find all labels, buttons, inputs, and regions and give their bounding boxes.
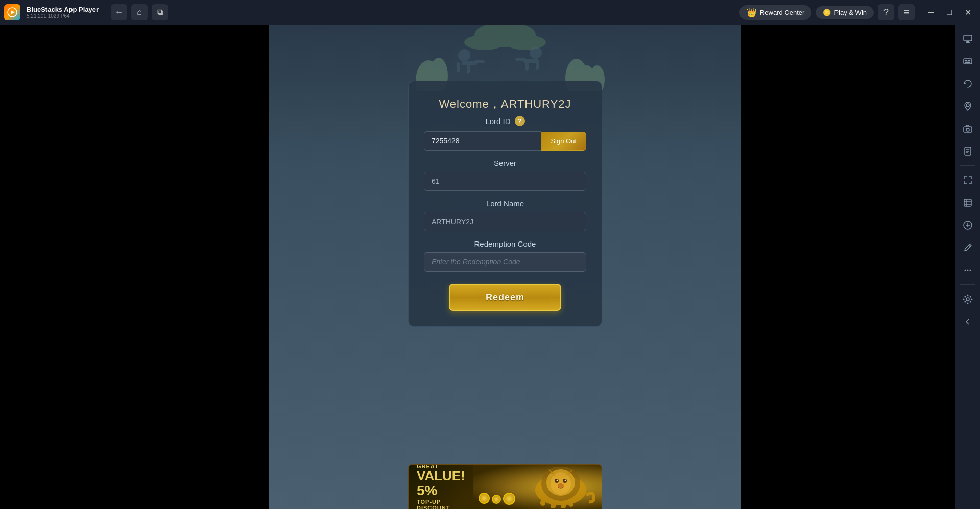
apk-sidebar-button[interactable] (958, 141, 978, 161)
titlebar-right: 👑 Reward Center 🪙 Play & Win ? ≡ ─ □ ✕ (739, 4, 976, 20)
play-win-button[interactable]: 🪙 Play & Win (816, 6, 874, 19)
left-panel (0, 25, 269, 509)
lord-name-input (424, 212, 586, 231)
lord-id-label: Lord ID (485, 117, 510, 126)
titlebar-left: BlueStacks App Player 5.21.201.1029 P64 … (4, 4, 168, 20)
right-sidebar (955, 25, 980, 509)
back-nav-button[interactable]: ← (111, 4, 127, 20)
redeem-button[interactable]: Redeem (449, 284, 561, 311)
location-sidebar-button[interactable] (958, 96, 978, 116)
server-input (424, 172, 586, 191)
svg-rect-16 (536, 60, 539, 70)
svg-rect-34 (561, 502, 566, 508)
hamburger-icon: ≡ (904, 7, 910, 18)
lord-id-row: Lord ID ? (485, 116, 524, 126)
play-win-label: Play & Win (834, 9, 867, 16)
svg-marker-1 (11, 10, 15, 14)
app-version: 5.21.201.1029 P64 (27, 13, 99, 19)
svg-rect-39 (966, 42, 970, 43)
coin-icon: 🪙 (823, 9, 831, 16)
home-nav-button[interactable]: ⌂ (131, 4, 148, 20)
lord-name-label: Lord Name (486, 199, 524, 208)
window-controls: ─ □ ✕ (923, 4, 976, 20)
banner-percent: 5% (417, 482, 437, 499)
svg-point-46 (966, 104, 969, 107)
svg-rect-38 (966, 41, 969, 42)
svg-rect-37 (964, 35, 972, 41)
banner-text: GREAT VALUE! 5% TOP-UP DISCOUNT (409, 464, 473, 509)
edit-sidebar-button[interactable] (958, 237, 978, 258)
camera-sidebar-button[interactable] (958, 118, 978, 139)
close-button[interactable]: ✕ (960, 4, 976, 20)
coins-decoration (479, 493, 515, 505)
svg-point-48 (966, 128, 969, 131)
right-black-panel (741, 25, 955, 509)
reward-center-label: Reward Center (760, 9, 804, 16)
redemption-code-label: Redemption Code (474, 239, 536, 248)
app-logo (4, 4, 20, 20)
banner-value-label: VALUE! (417, 469, 465, 482)
svg-rect-36 (540, 500, 545, 506)
banner-discount-label: DISCOUNT (417, 505, 465, 510)
svg-rect-15 (515, 58, 525, 61)
media-sidebar-button[interactable] (958, 192, 978, 213)
screen-sidebar-button[interactable] (958, 29, 978, 49)
multi-nav-button[interactable]: ⧉ (152, 4, 168, 20)
app-name-block: BlueStacks App Player 5.21.201.1029 P64 (27, 6, 99, 19)
minimize-button[interactable]: ─ (923, 4, 939, 20)
svg-rect-53 (964, 199, 971, 206)
titlebar: BlueStacks App Player 5.21.201.1029 P64 … (0, 0, 980, 25)
promo-banner[interactable]: GREAT VALUE! 5% TOP-UP DISCOUNT (408, 464, 602, 509)
svg-point-20 (505, 35, 546, 50)
crown-icon: 👑 (747, 8, 757, 17)
rotate-sidebar-button[interactable] (958, 74, 978, 94)
banner-lion-image (473, 465, 602, 509)
svg-point-64 (966, 298, 969, 301)
svg-rect-35 (568, 501, 573, 507)
more-sidebar-button[interactable] (958, 260, 978, 280)
redemption-code-input[interactable] (424, 252, 586, 272)
sidebar-divider-1 (960, 165, 975, 166)
svg-rect-10 (474, 60, 485, 63)
question-icon: ? (883, 7, 889, 18)
svg-point-19 (464, 35, 505, 50)
svg-rect-17 (525, 60, 529, 71)
hamburger-button[interactable]: ≡ (898, 4, 915, 20)
resize-sidebar-button[interactable] (958, 170, 978, 190)
main-content: Welcome，ARTHURY2J Lord ID ? Sign Out Ser… (0, 25, 980, 509)
svg-point-61 (965, 270, 966, 271)
svg-line-60 (969, 245, 970, 247)
lion-svg (515, 467, 596, 508)
game-sidebar-button[interactable] (958, 215, 978, 235)
banner-topup-label: TOP-UP (417, 499, 465, 505)
maximize-button[interactable]: □ (941, 4, 958, 20)
svg-point-8 (458, 49, 470, 61)
lord-id-input[interactable] (424, 131, 541, 151)
lord-id-help-button[interactable]: ? (515, 116, 525, 126)
titlebar-nav: ← ⌂ ⧉ (111, 4, 168, 20)
lord-id-input-row: Sign Out (424, 131, 586, 151)
sign-out-button[interactable]: Sign Out (541, 132, 586, 151)
server-label: Server (494, 159, 516, 167)
svg-rect-12 (467, 62, 470, 74)
svg-point-62 (967, 270, 969, 271)
svg-point-29 (565, 480, 566, 481)
settings-sidebar-button[interactable] (958, 289, 978, 309)
svg-point-28 (557, 480, 558, 481)
app-name-title: BlueStacks App Player (27, 6, 99, 13)
welcome-text: Welcome，ARTHURY2J (439, 96, 571, 112)
form-card: Welcome，ARTHURY2J Lord ID ? Sign Out Ser… (408, 81, 602, 327)
svg-rect-11 (457, 62, 460, 72)
svg-point-63 (970, 270, 971, 271)
reward-center-button[interactable]: 👑 Reward Center (739, 5, 811, 20)
center-panel: Welcome，ARTHURY2J Lord ID ? Sign Out Ser… (269, 25, 741, 509)
back-sidebar-button[interactable] (958, 311, 978, 332)
svg-rect-33 (551, 502, 556, 508)
keyboard-sidebar-button[interactable] (958, 51, 978, 71)
help-button[interactable]: ? (878, 4, 894, 20)
sidebar-divider-2 (960, 284, 975, 285)
